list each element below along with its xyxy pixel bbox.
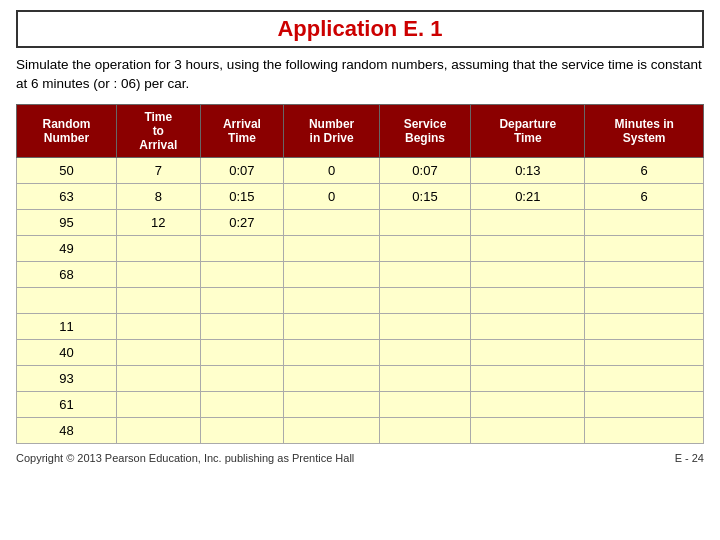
cell-random_number: 40 [17, 339, 117, 365]
cell-number_in_drive [284, 235, 380, 261]
cell-arrival_time: 0:15 [200, 183, 284, 209]
cell-time_to_arrival: 12 [116, 209, 200, 235]
cell-time_to_arrival [116, 339, 200, 365]
cell-service_begins [379, 391, 470, 417]
cell-number_in_drive [284, 339, 380, 365]
cell-time_to_arrival [116, 261, 200, 287]
cell-departure_time [471, 339, 585, 365]
col-header-time-arrival: TimetoArrival [116, 104, 200, 157]
cell-minutes_in_system [585, 313, 704, 339]
table-row: 6380:1500:150:216 [17, 183, 704, 209]
cell-departure_time: 0:13 [471, 157, 585, 183]
subtitle-text: Simulate the operation for 3 hours, usin… [16, 56, 704, 94]
cell-random_number: 11 [17, 313, 117, 339]
cell-number_in_drive [284, 365, 380, 391]
cell-random_number: 68 [17, 261, 117, 287]
copyright-text: Copyright © 2013 Pearson Education, Inc.… [16, 452, 354, 464]
title-box: Application E. 1 [16, 10, 704, 48]
cell-minutes_in_system: 6 [585, 157, 704, 183]
cell-minutes_in_system [585, 339, 704, 365]
cell-service_begins: 0:07 [379, 157, 470, 183]
cell-service_begins [379, 417, 470, 443]
cell-minutes_in_system [585, 287, 704, 313]
cell-time_to_arrival: 7 [116, 157, 200, 183]
cell-minutes_in_system: 6 [585, 183, 704, 209]
cell-arrival_time: 0:07 [200, 157, 284, 183]
cell-departure_time [471, 365, 585, 391]
cell-arrival_time [200, 339, 284, 365]
cell-number_in_drive [284, 391, 380, 417]
cell-service_begins [379, 313, 470, 339]
simulation-table: RandomNumber TimetoArrival ArrivalTime N… [16, 104, 704, 444]
cell-departure_time [471, 235, 585, 261]
col-header-number-drive: Numberin Drive [284, 104, 380, 157]
table-row: 93 [17, 365, 704, 391]
table-row: 5070:0700:070:136 [17, 157, 704, 183]
col-header-service-begins: ServiceBegins [379, 104, 470, 157]
table-row: 11 [17, 313, 704, 339]
cell-time_to_arrival [116, 391, 200, 417]
table-row: 40 [17, 339, 704, 365]
table-row: 61 [17, 391, 704, 417]
cell-time_to_arrival: 8 [116, 183, 200, 209]
footer: Copyright © 2013 Pearson Education, Inc.… [16, 452, 704, 464]
cell-arrival_time [200, 365, 284, 391]
cell-arrival_time [200, 261, 284, 287]
cell-number_in_drive [284, 209, 380, 235]
cell-minutes_in_system [585, 365, 704, 391]
cell-random_number [17, 287, 117, 313]
cell-arrival_time [200, 313, 284, 339]
cell-arrival_time [200, 417, 284, 443]
cell-minutes_in_system [585, 391, 704, 417]
cell-minutes_in_system [585, 417, 704, 443]
cell-time_to_arrival [116, 417, 200, 443]
col-header-arrival-time: ArrivalTime [200, 104, 284, 157]
cell-departure_time [471, 313, 585, 339]
cell-number_in_drive: 0 [284, 183, 380, 209]
cell-random_number: 63 [17, 183, 117, 209]
cell-service_begins [379, 235, 470, 261]
cell-random_number: 50 [17, 157, 117, 183]
cell-departure_time: 0:21 [471, 183, 585, 209]
table-row: 48 [17, 417, 704, 443]
cell-random_number: 95 [17, 209, 117, 235]
col-header-departure: DepartureTime [471, 104, 585, 157]
table-row: 95120:27 [17, 209, 704, 235]
cell-time_to_arrival [116, 365, 200, 391]
cell-service_begins [379, 365, 470, 391]
cell-service_begins [379, 339, 470, 365]
cell-number_in_drive: 0 [284, 157, 380, 183]
cell-random_number: 61 [17, 391, 117, 417]
cell-arrival_time [200, 235, 284, 261]
cell-time_to_arrival [116, 235, 200, 261]
cell-arrival_time [200, 391, 284, 417]
cell-service_begins [379, 287, 470, 313]
cell-service_begins [379, 261, 470, 287]
cell-service_begins: 0:15 [379, 183, 470, 209]
cell-service_begins [379, 209, 470, 235]
table-header-row: RandomNumber TimetoArrival ArrivalTime N… [17, 104, 704, 157]
cell-number_in_drive [284, 287, 380, 313]
cell-number_in_drive [284, 313, 380, 339]
cell-departure_time [471, 391, 585, 417]
cell-departure_time [471, 417, 585, 443]
col-header-minutes: Minutes inSystem [585, 104, 704, 157]
page-title: Application E. 1 [28, 16, 692, 42]
cell-minutes_in_system [585, 261, 704, 287]
col-header-random: RandomNumber [17, 104, 117, 157]
cell-random_number: 49 [17, 235, 117, 261]
table-row: 68 [17, 261, 704, 287]
cell-arrival_time: 0:27 [200, 209, 284, 235]
cell-minutes_in_system [585, 235, 704, 261]
cell-random_number: 48 [17, 417, 117, 443]
cell-time_to_arrival [116, 287, 200, 313]
table-row [17, 287, 704, 313]
cell-departure_time [471, 287, 585, 313]
cell-departure_time [471, 209, 585, 235]
cell-number_in_drive [284, 417, 380, 443]
cell-number_in_drive [284, 261, 380, 287]
cell-minutes_in_system [585, 209, 704, 235]
cell-time_to_arrival [116, 313, 200, 339]
cell-arrival_time [200, 287, 284, 313]
page-number: E - 24 [675, 452, 704, 464]
